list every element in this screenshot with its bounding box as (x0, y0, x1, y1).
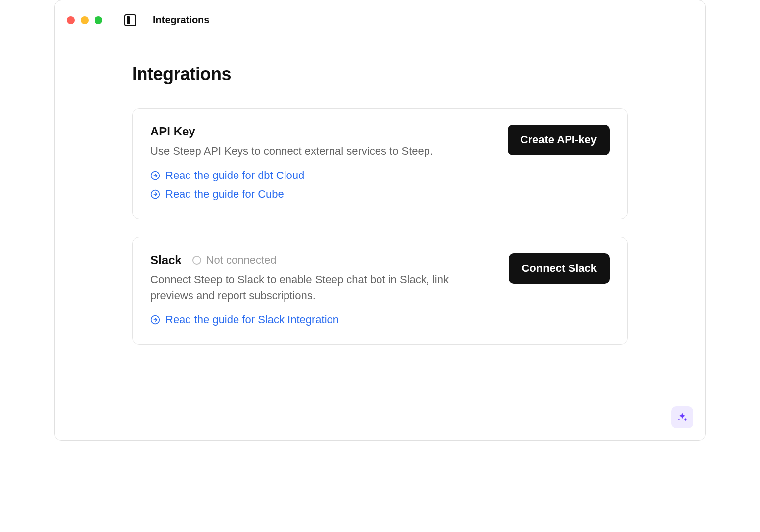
arrow-right-circle-icon (150, 171, 160, 180)
create-api-key-button[interactable]: Create API-key (508, 125, 610, 155)
card-body: API Key Use Steep API Keys to connect ex… (150, 125, 433, 201)
api-key-description: Use Steep API Keys to connect external s… (150, 143, 433, 159)
link-label: Read the guide for dbt Cloud (165, 169, 304, 182)
status-dot-icon (192, 256, 201, 265)
slack-description: Connect Steep to Slack to enable Steep c… (150, 272, 487, 304)
api-key-card: API Key Use Steep API Keys to connect ex… (132, 108, 628, 219)
slack-card: Slack Not connected Connect Steep to Sla… (132, 237, 628, 345)
card-header: Slack Not connected Connect Steep to Sla… (150, 253, 610, 326)
traffic-lights (67, 16, 102, 24)
page-title: Integrations (132, 64, 628, 85)
slack-status-label: Not connected (206, 254, 277, 266)
link-label: Read the guide for Cube (165, 188, 284, 201)
titlebar: Integrations (55, 0, 705, 40)
dbt-cloud-guide-link[interactable]: Read the guide for dbt Cloud (150, 169, 304, 182)
card-header: API Key Use Steep API Keys to connect ex… (150, 125, 610, 201)
sidebar-toggle-icon[interactable] (124, 14, 136, 26)
window-close-button[interactable] (67, 16, 75, 24)
sparkle-icon (677, 412, 688, 423)
card-body: Slack Not connected Connect Steep to Sla… (150, 253, 487, 326)
arrow-right-circle-icon (150, 315, 160, 325)
slack-status: Not connected (192, 254, 277, 266)
window-zoom-button[interactable] (95, 16, 102, 24)
arrow-right-circle-icon (150, 189, 160, 199)
link-label: Read the guide for Slack Integration (165, 313, 339, 326)
window-minimize-button[interactable] (81, 16, 89, 24)
slack-title: Slack (150, 253, 182, 267)
cube-guide-link[interactable]: Read the guide for Cube (150, 188, 284, 201)
integrations-page: Integrations API Key Use Steep API Keys … (55, 40, 705, 345)
api-key-links: Read the guide for dbt Cloud Read the gu… (150, 169, 433, 201)
connect-slack-button[interactable]: Connect Slack (509, 253, 610, 284)
slack-links: Read the guide for Slack Integration (150, 313, 487, 326)
slack-guide-link[interactable]: Read the guide for Slack Integration (150, 313, 339, 326)
api-key-title: API Key (150, 125, 195, 138)
window-title: Integrations (153, 14, 209, 26)
ai-assistant-button[interactable] (671, 406, 693, 428)
app-window: Integrations Integrations API Key Use St… (54, 0, 706, 441)
